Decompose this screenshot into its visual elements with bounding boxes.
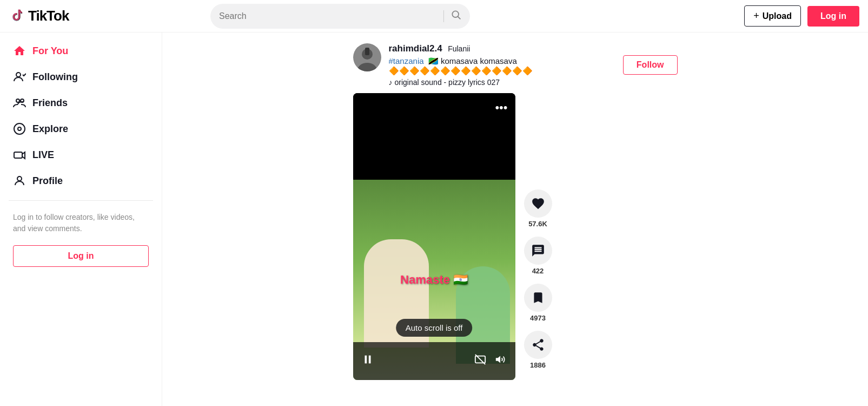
comment-action[interactable]: 422: [524, 237, 552, 275]
sidebar-login-hint: Log in to follow creators, like videos, …: [9, 207, 153, 239]
comment-count: 422: [532, 267, 544, 275]
share-action[interactable]: 1886: [524, 331, 552, 369]
profile-icon: [13, 174, 26, 187]
heart-icon: [531, 197, 545, 211]
video-right-controls: [474, 353, 507, 369]
more-options-button[interactable]: •••: [495, 101, 507, 115]
avatar-img: [353, 43, 381, 71]
explore-icon: [13, 122, 26, 135]
svg-point-4: [16, 99, 19, 102]
like-button[interactable]: [524, 189, 552, 218]
post-sound-text: original sound - pizzy lyrics 027: [395, 78, 500, 87]
video-text-overlay: Namaste 🇮🇳: [400, 273, 468, 287]
sidebar-item-label-for-you: For You: [32, 45, 68, 57]
svg-point-6: [14, 123, 25, 134]
upload-label: Upload: [763, 11, 792, 21]
main-feed: rahimdial2.4 Fulanii #tanzania 🇹🇿 komasa…: [162, 32, 868, 406]
video-controls: [362, 353, 374, 369]
volume-button[interactable]: [495, 353, 507, 369]
video-top-black: [353, 93, 515, 180]
svg-point-7: [18, 127, 21, 130]
search-bar: [210, 4, 470, 29]
music-icon: ♪: [389, 78, 393, 87]
logo-text: TikTok: [28, 8, 69, 24]
sidebar-item-label-following: Following: [32, 71, 78, 83]
save-count: 4973: [530, 314, 546, 322]
sidebar-item-explore[interactable]: Explore: [9, 116, 153, 142]
post-meta: rahimdial2.4 Fulanii #tanzania 🇹🇿 komasa…: [389, 43, 615, 87]
sidebar-item-friends[interactable]: Friends: [9, 90, 153, 116]
header-right: + Upload Log in: [744, 5, 859, 27]
feed-container: rahimdial2.4 Fulanii #tanzania 🇹🇿 komasa…: [353, 43, 678, 395]
no-captions-button[interactable]: [474, 353, 486, 369]
svg-rect-16: [368, 356, 370, 364]
svg-rect-8: [14, 152, 22, 158]
side-actions: 57.6K 422 4973: [524, 93, 552, 380]
header-login-button[interactable]: Log in: [807, 6, 859, 27]
sidebar-item-label-profile: Profile: [32, 175, 63, 187]
sidebar-item-label-live: LIVE: [32, 149, 54, 161]
post-display-name: Fulanii: [448, 44, 470, 53]
sidebar-item-profile[interactable]: Profile: [9, 168, 153, 194]
post-description: #tanzania 🇹🇿 komasava komasava 🔶🔶🔶🔶🔶🔶🔶🔶🔶…: [389, 56, 615, 76]
tiktok-icon: [9, 8, 26, 25]
post-username[interactable]: rahimdial2.4: [389, 43, 442, 54]
svg-rect-0: [9, 8, 26, 25]
following-icon: [13, 70, 26, 83]
video-area: Namaste 🇮🇳 ••• Auto scroll is off: [353, 93, 678, 380]
svg-line-2: [458, 17, 461, 19]
plus-icon: +: [753, 10, 759, 22]
sidebar-item-live[interactable]: LIVE: [9, 142, 153, 168]
svg-point-1: [452, 11, 459, 17]
friends-icon: [13, 96, 26, 109]
avatar[interactable]: [353, 43, 381, 71]
home-icon: [13, 44, 26, 57]
search-icon-button[interactable]: [450, 9, 461, 23]
comment-icon: [531, 244, 545, 258]
svg-point-3: [16, 73, 21, 77]
sidebar-item-label-explore: Explore: [32, 123, 68, 135]
share-count: 1886: [530, 361, 546, 369]
follow-button[interactable]: Follow: [623, 55, 678, 75]
header: TikTok + Upload Log in: [0, 0, 868, 32]
upload-button[interactable]: + Upload: [744, 5, 801, 27]
live-icon: [13, 148, 26, 161]
pause-button[interactable]: [362, 353, 374, 369]
bookmark-icon: [531, 291, 545, 305]
sidebar-divider: [9, 200, 153, 201]
comment-button[interactable]: [524, 237, 552, 265]
post-username-line: rahimdial2.4 Fulanii: [389, 43, 615, 54]
sidebar-nav: For You Following Friends Explore LIVE: [9, 38, 153, 194]
sidebar-login-button[interactable]: Log in: [13, 245, 149, 267]
post-header: rahimdial2.4 Fulanii #tanzania 🇹🇿 komasa…: [353, 43, 678, 87]
search-input[interactable]: [219, 11, 437, 21]
share-icon: [531, 338, 545, 352]
save-action[interactable]: 4973: [524, 284, 552, 322]
svg-point-10: [17, 176, 22, 181]
captions-off-icon: [474, 353, 486, 365]
auto-scroll-badge: Auto scroll is off: [396, 319, 473, 337]
volume-icon: [495, 353, 507, 365]
search-divider: [443, 10, 444, 22]
post-hashtag[interactable]: #tanzania: [389, 56, 424, 66]
tiktok-logo[interactable]: TikTok: [9, 8, 69, 25]
svg-rect-14: [365, 48, 369, 55]
svg-rect-15: [365, 356, 367, 364]
save-button[interactable]: [524, 284, 552, 312]
sidebar-item-following[interactable]: Following: [9, 64, 153, 90]
video-controls-bar: [353, 342, 515, 380]
sidebar-item-label-friends: Friends: [32, 97, 68, 109]
post-sound[interactable]: ♪ original sound - pizzy lyrics 027: [389, 78, 615, 87]
search-icon: [450, 9, 461, 20]
sidebar: For You Following Friends Explore LIVE: [0, 32, 162, 406]
share-button[interactable]: [524, 331, 552, 359]
like-count: 57.6K: [528, 220, 547, 228]
like-action[interactable]: 57.6K: [524, 189, 552, 228]
svg-marker-19: [495, 356, 500, 363]
sidebar-item-for-you[interactable]: For You: [9, 38, 153, 64]
pause-icon: [362, 353, 374, 365]
video-player[interactable]: Namaste 🇮🇳 ••• Auto scroll is off: [353, 93, 515, 380]
